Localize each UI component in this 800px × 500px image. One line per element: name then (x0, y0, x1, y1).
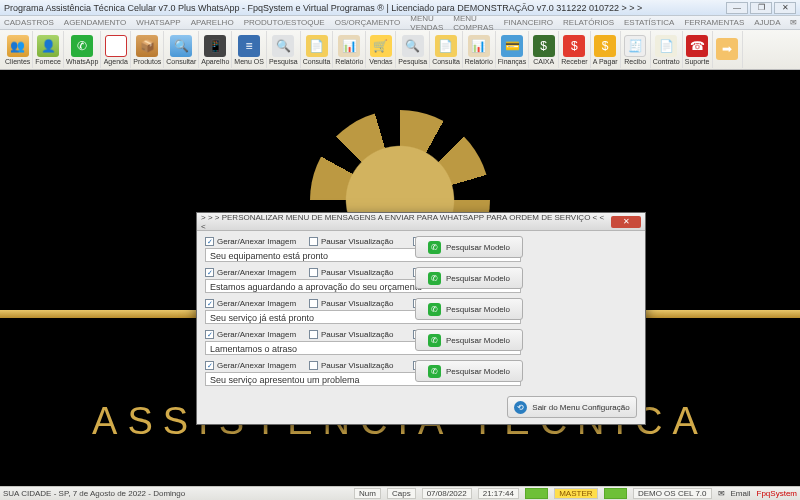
menu-aparelho[interactable]: APARELHO (191, 18, 234, 27)
window-titlebar: Programa Assistência Técnica Celular v7.… (0, 0, 800, 16)
finanças-icon: 💳 (501, 35, 523, 57)
message-row: Gerar/Anexar ImagemPausar VisualizaçãoEd… (205, 237, 637, 262)
toolbar-exit-button[interactable]: ➡ (713, 31, 743, 68)
message-row: Gerar/Anexar ImagemPausar VisualizaçãoEd… (205, 299, 637, 324)
toolbar-label: Vendas (369, 58, 392, 65)
main-menubar: CADASTROS AGENDAMENTO WHATSAPP APARELHO … (0, 16, 800, 30)
pausar-visualizacao-checkbox[interactable]: Pausar Visualização (309, 268, 409, 277)
pesquisar-modelo-button[interactable]: ✆Pesquisar Modelo (415, 329, 523, 351)
dialog-titlebar[interactable]: > > > PERSONALIZAR MENU DE MENSAGENS A E… (197, 213, 645, 231)
status-license: DEMO OS CEL 7.0 (633, 488, 712, 499)
toolbar-recibo-button[interactable]: 🧾Recibo (621, 31, 651, 68)
pesquisar-modelo-button[interactable]: ✆Pesquisar Modelo (415, 236, 523, 258)
gerar-imagem-checkbox[interactable]: Gerar/Anexar Imagem (205, 330, 305, 339)
status-numlock: Num (354, 488, 381, 499)
agenda-icon: 23 (105, 35, 127, 57)
whatsapp-icon: ✆ (71, 35, 93, 57)
gerar-imagem-checkbox[interactable]: Gerar/Anexar Imagem (205, 361, 305, 370)
gerar-imagem-checkbox[interactable]: Gerar/Anexar Imagem (205, 268, 305, 277)
status-email[interactable]: Email (731, 489, 751, 498)
window-minimize-button[interactable]: — (726, 2, 748, 14)
toolbar-clientes-button[interactable]: 👥Clientes (3, 31, 33, 68)
pausar-visualizacao-checkbox[interactable]: Pausar Visualização (309, 237, 409, 246)
status-bar: SUA CIDADE - SP, 7 de Agosto de 2022 - D… (0, 486, 800, 500)
toolbar-label: Clientes (5, 58, 30, 65)
toolbar-receber-button[interactable]: $Receber (559, 31, 590, 68)
pesquisa-icon: 🔍 (402, 35, 424, 57)
status-progress (525, 488, 548, 499)
pausar-visualizacao-checkbox[interactable]: Pausar Visualização (309, 361, 409, 370)
window-title: Programa Assistência Técnica Celular v7.… (4, 3, 726, 13)
dialog-title: > > > PERSONALIZAR MENU DE MENSAGENS A E… (201, 213, 611, 231)
relatório-icon: 📊 (468, 35, 490, 57)
toolbar-consulta-button[interactable]: 📄Consulta (301, 31, 334, 68)
pesquisa-icon: 🔍 (272, 35, 294, 57)
menu-ferramentas[interactable]: FERRAMENTAS (684, 18, 744, 27)
toolbar-label: A Pagar (593, 58, 618, 65)
toolbar-label: Fornece (35, 58, 61, 65)
window-maximize-button[interactable]: ❐ (750, 2, 772, 14)
pausar-visualizacao-checkbox[interactable]: Pausar Visualização (309, 299, 409, 308)
toolbar-consulta-button[interactable]: 📄Consulta (430, 31, 463, 68)
menu-whatsapp[interactable]: WHATSAPP (136, 18, 180, 27)
menu-agendamento[interactable]: AGENDAMENTO (64, 18, 127, 27)
toolbar-contrato-button[interactable]: 📄Contrato (651, 31, 683, 68)
message-row: Gerar/Anexar ImagemPausar VisualizaçãoEd… (205, 268, 637, 293)
toolbar-pesquisa-button[interactable]: 🔍Pesquisa (267, 31, 301, 68)
menu-produto-estoque[interactable]: PRODUTO/ESTOQUE (244, 18, 325, 27)
status-capslock: Caps (387, 488, 416, 499)
toolbar-a pagar-button[interactable]: $A Pagar (591, 31, 621, 68)
aparelho-icon: 📱 (204, 35, 226, 57)
toolbar-pesquisa-button[interactable]: 🔍Pesquisa (396, 31, 430, 68)
menu-vendas[interactable]: MENU VENDAS (410, 14, 443, 32)
a pagar-icon: $ (594, 35, 616, 57)
whatsapp-messages-dialog: > > > PERSONALIZAR MENU DE MENSAGENS A E… (196, 212, 646, 425)
status-time: 21:17:44 (478, 488, 519, 499)
menu-os-orcamento[interactable]: OS/ORÇAMENTO (335, 18, 401, 27)
toolbar-caixa-button[interactable]: $CAIXA (529, 31, 559, 68)
produtos-icon: 📦 (136, 35, 158, 57)
menu-cadastros[interactable]: CADASTROS (4, 18, 54, 27)
status-location-date: SUA CIDADE - SP, 7 de Agosto de 2022 - D… (3, 489, 185, 498)
pesquisar-modelo-button[interactable]: ✆Pesquisar Modelo (415, 267, 523, 289)
toolbar-label: Pesquisa (398, 58, 427, 65)
toolbar-vendas-button[interactable]: 🛒Vendas (366, 31, 396, 68)
toolbar-finanças-button[interactable]: 💳Finanças (496, 31, 529, 68)
toolbar-agenda-button[interactable]: 23Agenda (101, 31, 131, 68)
toolbar-produtos-button[interactable]: 📦Produtos (131, 31, 164, 68)
exit-icon: ⟲ (514, 401, 527, 414)
toolbar-label: Receber (561, 58, 587, 65)
toolbar-aparelho-button[interactable]: 📱Aparelho (199, 31, 232, 68)
toolbar-consultar-button[interactable]: 🔍Consultar (164, 31, 199, 68)
menu-relatorios[interactable]: RELATÓRIOS (563, 18, 614, 27)
dialog-close-button[interactable]: ✕ (611, 216, 641, 228)
toolbar-label: Contrato (653, 58, 680, 65)
status-brand[interactable]: FpqSystem (757, 489, 797, 498)
menu-financeiro[interactable]: FINANCEIRO (504, 18, 553, 27)
pesquisar-modelo-button[interactable]: ✆Pesquisar Modelo (415, 360, 523, 382)
consulta-icon: 📄 (306, 35, 328, 57)
toolbar-relatório-button[interactable]: 📊Relatório (333, 31, 366, 68)
menu-estatistica[interactable]: ESTATÍSTICA (624, 18, 674, 27)
receber-icon: $ (563, 35, 585, 57)
toolbar-menu os-button[interactable]: ≡Menu OS (232, 31, 267, 68)
window-close-button[interactable]: ✕ (774, 2, 796, 14)
pausar-visualizacao-checkbox[interactable]: Pausar Visualização (309, 330, 409, 339)
toolbar-relatório-button[interactable]: 📊Relatório (463, 31, 496, 68)
message-row: Gerar/Anexar ImagemPausar VisualizaçãoEd… (205, 361, 637, 386)
sair-configuracao-button[interactable]: ⟲Sair do Menu Configuração (507, 396, 637, 418)
toolbar-fornece-button[interactable]: 👤Fornece (33, 31, 64, 68)
pesquisar-modelo-button[interactable]: ✆Pesquisar Modelo (415, 298, 523, 320)
menu-compras[interactable]: MENU COMPRAS (453, 14, 493, 32)
toolbar-label: CAIXA (533, 58, 554, 65)
clientes-icon: 👥 (7, 35, 29, 57)
status-date: 07/08/2022 (422, 488, 472, 499)
gerar-imagem-checkbox[interactable]: Gerar/Anexar Imagem (205, 299, 305, 308)
menu os-icon: ≡ (238, 35, 260, 57)
consulta-icon: 📄 (435, 35, 457, 57)
toolbar-whatsapp-button[interactable]: ✆WhatsApp (64, 31, 101, 68)
toolbar-suporte-button[interactable]: ☎Suporte (683, 31, 713, 68)
menu-ajuda[interactable]: AJUDA (754, 18, 780, 27)
message-row: Gerar/Anexar ImagemPausar VisualizaçãoEd… (205, 330, 637, 355)
gerar-imagem-checkbox[interactable]: Gerar/Anexar Imagem (205, 237, 305, 246)
